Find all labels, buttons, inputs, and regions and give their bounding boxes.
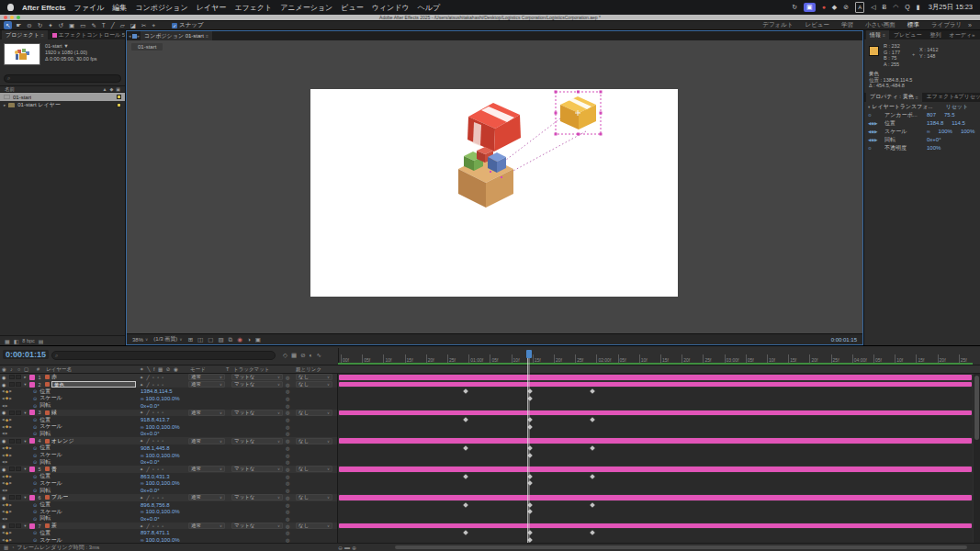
next-keyframe-icon[interactable]: ▶	[9, 503, 12, 507]
type-column-icon[interactable]: ▣	[116, 86, 120, 92]
snap-checkbox[interactable]: ✓	[172, 23, 177, 28]
keyframe-icon[interactable]	[590, 530, 595, 535]
workspace-学習[interactable]: 学習	[841, 20, 853, 31]
next-keyframe-icon[interactable]: ▶	[9, 418, 12, 422]
exposure-icon[interactable]: ◑	[247, 336, 251, 343]
panel-menu-icon[interactable]: ≡	[206, 33, 208, 39]
property-value[interactable]: ∞100.0,100.0%	[141, 509, 180, 514]
stopwatch-icon[interactable]: ⊙	[33, 417, 37, 422]
keyframe-icon[interactable]	[463, 417, 468, 422]
resolution-menu[interactable]: (1/3 画質) ∨	[153, 335, 182, 343]
keyframe-icon[interactable]	[463, 474, 468, 479]
layer-row[interactable]: ◉▾7茶✦ ╱ ▫ ▫ ▫通常∨マットな∨◎なし∨	[0, 523, 980, 530]
timeline-vertical-scrollbar[interactable]	[974, 374, 980, 543]
keyframe-nav-icon[interactable]: ◀◆▶	[2, 445, 15, 450]
property-value[interactable]: 114.5	[952, 120, 965, 126]
next-keyframe-icon[interactable]: ▶	[9, 425, 12, 429]
property-row[interactable]: ◀▶⊙回転0x+0.0°◎	[0, 402, 980, 410]
stopwatch-icon[interactable]: ⊙	[33, 424, 37, 430]
next-keyframe-icon[interactable]: ▶	[9, 446, 12, 450]
property-row[interactable]: ◀◆▶⊙スケール∞100.0,100.0%◎	[0, 480, 980, 488]
solo-column-icon[interactable]: ○	[17, 366, 20, 372]
reset-button[interactable]: リセット	[946, 103, 969, 111]
composition-canvas[interactable]	[310, 89, 678, 297]
workspace-デフォルト[interactable]: デフォルト	[762, 20, 793, 31]
keyframe-nav-icon[interactable]: ◀◆▶	[2, 396, 15, 400]
mode-column-header[interactable]: モード	[190, 366, 206, 373]
property-value[interactable]: 100%	[961, 129, 974, 134]
rectangle-tool[interactable]: ▭	[78, 21, 87, 29]
stopwatch-icon[interactable]: ⊙	[33, 403, 37, 409]
orbit-camera-tool[interactable]: ↻	[36, 21, 44, 29]
twirl-icon[interactable]: ▾	[22, 410, 28, 415]
menu-item-ファイル[interactable]: ファイル	[74, 3, 105, 13]
pickwhip-icon[interactable]: ◎	[286, 509, 289, 514]
tab-composition[interactable]: コンポジション 01-start ≡	[141, 31, 212, 40]
stopwatch-icon[interactable]: ⊙	[33, 459, 37, 465]
audio-toggle[interactable]	[9, 410, 15, 415]
property-row[interactable]: ⊙アンカーポ...80775.5	[864, 111, 980, 119]
parent-menu[interactable]: なし∨	[296, 410, 332, 416]
current-keyframe-icon[interactable]: ◆	[6, 445, 8, 450]
layer-row[interactable]: ◉▾5青✦ ╱ ▫ ▫ ▫通常∨マットな∨◎なし∨	[0, 466, 980, 473]
shy-layers-icon[interactable]: ⊘	[300, 352, 305, 359]
layer-switches-header[interactable]: ✦ ╲ f ▦ ⊘ ◉	[140, 366, 179, 372]
property-value[interactable]: 918.8,413.7	[141, 417, 170, 422]
hand-tool[interactable]: ☛	[14, 21, 23, 29]
current-keyframe-icon[interactable]: ◆	[6, 474, 8, 478]
tab-project[interactable]: プロジェクト ≡	[2, 30, 48, 39]
preserve-transparency-header[interactable]: T	[226, 366, 229, 372]
keyframe-icon[interactable]	[590, 417, 595, 422]
next-keyframe-icon[interactable]: ▶	[9, 475, 12, 478]
keyframe-nav-icon[interactable]: ◀▶	[2, 404, 15, 408]
do-not-disturb-icon[interactable]: ⊘	[843, 3, 849, 12]
next-keyframe-icon[interactable]: ▶	[6, 404, 8, 408]
panel-menu-icon[interactable]: ≡	[41, 32, 44, 38]
clone-stamp-tool[interactable]: ▱	[118, 21, 127, 29]
project-item[interactable]: ▸01-start レイヤー	[0, 101, 125, 109]
link-icon[interactable]: ∞	[141, 396, 144, 401]
property-row[interactable]: ◀◆▶⊙スケール∞100.0,100.0%◎	[0, 395, 980, 402]
workspace-ライブラリ[interactable]: ライブラリ	[931, 20, 962, 31]
keyframe-nav-icon[interactable]: ◀▶	[2, 460, 15, 464]
next-keyframe-icon[interactable]: ▶	[9, 481, 12, 485]
pickwhip-icon[interactable]: ◎	[286, 396, 289, 401]
layer-row[interactable]: ◉▾4オレンジ✦ ╱ ▫ ▫ ▫通常∨マットな∨◎なし∨	[0, 437, 980, 444]
panel-menu-icon[interactable]: ≡	[883, 32, 885, 38]
current-keyframe-icon[interactable]: ◆	[6, 481, 8, 486]
stopwatch-icon[interactable]: ⊙	[33, 474, 37, 479]
keyframe-icon[interactable]	[590, 445, 595, 451]
layer-duration-bar[interactable]	[339, 495, 972, 500]
track-matte-menu[interactable]: マットな∨	[231, 410, 283, 416]
color-depth-button[interactable]: 8 bpc	[22, 338, 34, 343]
prev-keyframe-icon[interactable]: ◀	[2, 454, 5, 457]
tab-オーディ»[interactable]: オーディ»	[945, 30, 978, 39]
label-color-chip[interactable]	[29, 523, 35, 529]
keyframe-nav-icon[interactable]: ◀◆▶	[2, 389, 15, 394]
snapshot-icon[interactable]: ⧉	[229, 336, 233, 343]
property-value[interactable]: 897.8,471.1	[141, 530, 170, 535]
label-color-chip[interactable]	[29, 382, 35, 388]
stopwatch-icon[interactable]: ⊙	[868, 113, 884, 118]
label-color-chip[interactable]	[29, 375, 35, 380]
next-keyframe-icon[interactable]: ▶	[6, 432, 8, 435]
keyframe-nav-icon[interactable]: ◀◆▶	[2, 453, 15, 457]
keyframe-nav-icon[interactable]: ◀◆▶	[868, 121, 884, 126]
property-value[interactable]: 1384.8,114.5	[141, 388, 173, 394]
stopwatch-icon[interactable]: ⊙	[33, 480, 37, 486]
input-source-icon[interactable]: A	[855, 2, 864, 13]
audio-toggle[interactable]	[9, 495, 15, 500]
prev-keyframe-icon[interactable]: ◀	[2, 517, 5, 521]
playhead-handle[interactable]	[526, 350, 532, 358]
keyframe-nav-icon[interactable]: ◀◆▶	[2, 418, 15, 422]
panel-next-icon[interactable]: ▸	[138, 33, 141, 39]
property-value[interactable]: 1384.8	[927, 120, 943, 126]
property-value[interactable]: 100%	[939, 129, 952, 134]
menu-item-ヘルプ[interactable]: ヘルプ	[418, 3, 441, 13]
app-menu[interactable]: After Effects	[22, 4, 66, 12]
property-row[interactable]: ◀◆▶⊙スケール∞100.0,100.0%◎	[0, 452, 980, 459]
workspace-overflow-icon[interactable]: »	[968, 22, 972, 28]
layer-row[interactable]: ◉▸1赤✦ ╱ ▫ ▫ ▫通常∨マットな∨◎なし∨	[0, 374, 980, 381]
brush-tool[interactable]: ╱	[109, 21, 117, 29]
mask-visibility-icon[interactable]: ◫	[197, 336, 203, 343]
